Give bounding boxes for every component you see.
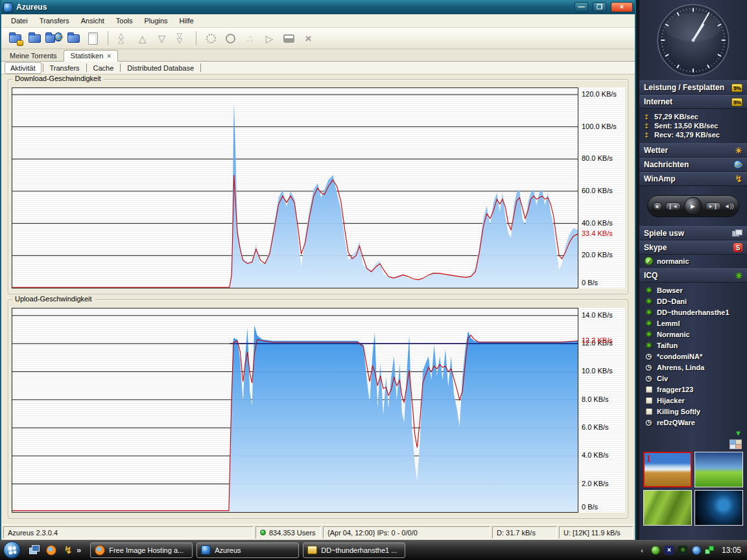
status-download-rate: D: 31.7 kB/s: [492, 526, 557, 539]
download-chart: [12, 88, 578, 288]
skype-contact-row[interactable]: ✓ normanic: [639, 255, 747, 268]
messenger-tray-icon[interactable]: [691, 545, 702, 555]
wallpaper-grid-icon[interactable]: [729, 439, 742, 449]
expand-contacts-icon[interactable]: ▼: [735, 429, 742, 437]
toolbar-separator: [108, 31, 108, 45]
taskbar-button-azureus[interactable]: Azureus: [196, 542, 299, 558]
start-icon[interactable]: ▷: [261, 30, 278, 47]
axis-tick-label: 120.0 KB/s: [582, 90, 617, 98]
taskbar-button-msg[interactable]: DD~thunderhansthe1 ...: [303, 542, 405, 558]
sidebar-section-internet[interactable]: Internet 5%: [639, 95, 747, 109]
open-torrent-file-icon[interactable]: [6, 30, 24, 47]
firefox-icon: [46, 545, 56, 555]
new-torrent-icon[interactable]: [84, 30, 102, 47]
status-offline-icon: [645, 408, 653, 415]
menu-ansicht[interactable]: Ansicht: [75, 15, 110, 27]
next-button[interactable]: ►❙: [706, 202, 721, 211]
icq-contact[interactable]: ◷Civ: [645, 373, 747, 384]
status-online-icon: ✳: [645, 308, 653, 317]
start-button[interactable]: [3, 541, 21, 559]
app-x-tray-icon[interactable]: ×: [664, 545, 674, 555]
volume-icon[interactable]: ◄)): [724, 203, 734, 209]
status-upload-rate[interactable]: U: [12K] 11.9 kB/s: [559, 526, 633, 539]
icq-contact[interactable]: ◷*condomiNA*: [645, 351, 747, 362]
winamp-quicklaunch[interactable]: ↯: [62, 544, 74, 556]
open-torrent-icon[interactable]: [26, 30, 43, 47]
wallpaper-thumbnails: 1: [639, 450, 747, 527]
icq-flower-icon: ✳: [735, 271, 742, 281]
icq-contact[interactable]: Killing Softly: [645, 406, 747, 417]
open-torrent-url-icon[interactable]: [45, 30, 63, 47]
sidebar-section-news[interactable]: Nachrichten: [639, 158, 747, 172]
move-bottom-icon[interactable]: ▽▽: [172, 30, 190, 47]
tab-meine-torrents[interactable]: Meine Torrents: [3, 51, 64, 61]
taskbar-button-firefox[interactable]: Free Image Hosting a...: [90, 542, 193, 558]
subtab-transfers[interactable]: Transfers: [45, 63, 85, 73]
icq-contact[interactable]: ✳Lemml: [645, 318, 747, 329]
icq-contact[interactable]: ✳DD~thunderhansthe1: [645, 307, 747, 318]
previous-button[interactable]: ❙◄: [665, 202, 681, 211]
icq-contact[interactable]: ✳Normanic: [645, 329, 747, 340]
force-start-icon[interactable]: [202, 30, 220, 47]
stop-button[interactable]: ■: [653, 202, 662, 211]
tab-close-icon[interactable]: ×: [107, 52, 111, 60]
host-icon[interactable]: [280, 30, 298, 47]
toolbar: △△△▽▽▽∴▷×: [1, 28, 635, 49]
stop-icon[interactable]: [222, 30, 239, 47]
play-button[interactable]: ►: [684, 197, 702, 215]
subtab-cache[interactable]: Cache: [88, 63, 119, 73]
icq-contact[interactable]: ◷Ahrens, Linda: [645, 362, 747, 373]
icq-contact-name: DD~thunderhansthe1: [657, 309, 729, 316]
icq-contact[interactable]: ✳Taifun: [645, 340, 747, 351]
network-tray-icon[interactable]: [705, 545, 715, 555]
queue-icon[interactable]: ∴: [241, 30, 259, 47]
menu-tools[interactable]: Tools: [110, 15, 139, 27]
move-up-icon[interactable]: △: [134, 30, 151, 47]
remove-icon[interactable]: ×: [300, 30, 317, 47]
move-down-icon[interactable]: ▽: [153, 30, 171, 47]
axis-tick-label: 4.0 KB/s: [582, 451, 609, 459]
menu-plugins[interactable]: Plugins: [139, 15, 174, 27]
sidebar-section-games[interactable]: Spiele usw: [639, 226, 747, 240]
wallpaper-thumb-grass[interactable]: [643, 490, 692, 526]
sidebar-section-winamp[interactable]: WinAmp ↯: [639, 172, 747, 186]
icq-contact[interactable]: ✳DD~Dani: [645, 296, 747, 307]
wallpaper-thumb-abstract[interactable]: [694, 490, 743, 526]
icq-contact[interactable]: ✳Bowser: [645, 285, 747, 296]
plug-icon: ‡: [645, 130, 651, 139]
show-desktop-quicklaunch[interactable]: [29, 544, 40, 556]
download-rate-text: D: 31.7 kB/s: [497, 529, 536, 537]
tray-collapse-icon[interactable]: ‹: [637, 545, 647, 555]
move-top-icon[interactable]: △△: [114, 30, 132, 47]
task-label: Azureus: [215, 546, 241, 554]
quicklaunch-overflow-icon[interactable]: »: [77, 545, 81, 555]
sidebar-section-icq[interactable]: ICQ ✳: [639, 268, 747, 283]
icq-contact[interactable]: fragger123: [645, 384, 747, 395]
open-folder-icon[interactable]: [65, 30, 82, 47]
wallpaper-thumb-field[interactable]: 1: [643, 452, 692, 487]
wallpaper-thumb-hills[interactable]: [694, 452, 743, 487]
close-button[interactable]: ×: [611, 2, 633, 12]
icq-contact[interactable]: ◷reDzQWare: [645, 417, 747, 428]
titlebar[interactable]: Azureus — ❐ ×: [1, 0, 635, 14]
menu-datei[interactable]: Datei: [5, 15, 34, 27]
task-label: Free Image Hosting a...: [109, 546, 184, 554]
minimize-button[interactable]: —: [575, 2, 588, 12]
firefox-quicklaunch[interactable]: [45, 544, 57, 556]
menu-hilfe[interactable]: Hilfe: [174, 15, 200, 27]
subtab-aktivität[interactable]: Aktivität: [5, 62, 42, 74]
tab-statistiken[interactable]: Statistiken×: [64, 50, 119, 62]
restore-button[interactable]: ❐: [593, 2, 606, 12]
icq-contact-name: Lemml: [657, 320, 680, 327]
sidebar-section-weather[interactable]: Wetter ☀: [639, 143, 747, 158]
scheduler-tray-icon[interactable]: [650, 545, 661, 555]
sidebar-section-performance[interactable]: Leistung / Festplatten 5%: [639, 80, 747, 95]
icq-tray-icon[interactable]: ✳: [678, 545, 688, 555]
subtab-distributed-database[interactable]: Distributed Database: [122, 63, 199, 73]
icq-contact[interactable]: Hijacker: [645, 395, 747, 406]
menu-transfers[interactable]: Transfers: [34, 15, 75, 27]
icq-contact-list: ✳Bowser✳DD~Dani✳DD~thunderhansthe1✳Lemml…: [639, 283, 747, 429]
sidebar-section-skype[interactable]: Skype S: [639, 240, 747, 255]
upload-axis: 0 B/s2.0 KB/s4.0 KB/s6.0 KB/s8.0 KB/s10.…: [578, 308, 625, 513]
icq-list-footer: ▼: [639, 429, 747, 437]
